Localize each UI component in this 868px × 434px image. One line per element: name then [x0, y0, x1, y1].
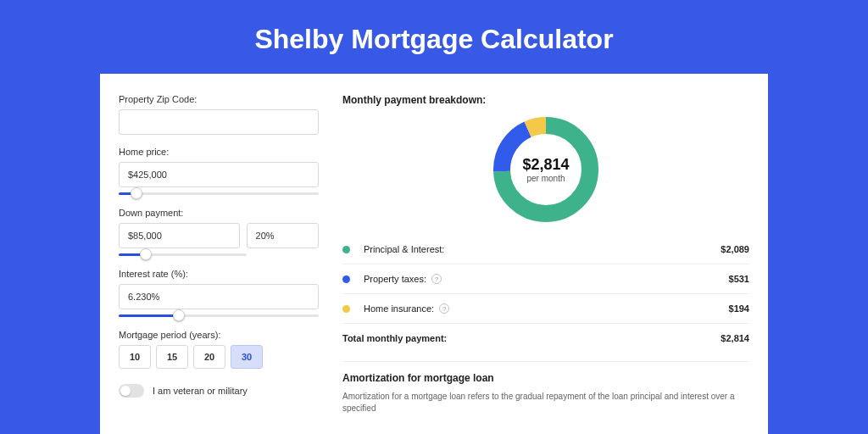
period-label: Mortgage period (years):	[119, 330, 319, 340]
legend-dot	[342, 275, 350, 283]
period-20[interactable]: 20	[193, 345, 225, 369]
breakdown-amount: $531	[729, 274, 749, 284]
rate-label: Interest rate (%):	[119, 269, 319, 279]
breakdown-panel: Monthly payment breakdown: $2,814 per mo…	[342, 94, 749, 434]
amortization-section: Amortization for mortgage loan Amortizat…	[342, 361, 749, 415]
breakdown-header: Monthly payment breakdown:	[342, 94, 749, 106]
breakdown-item: Home insurance:?$194	[342, 296, 749, 321]
breakdown-label: Home insurance:	[364, 303, 434, 314]
donut-sub: per month	[526, 174, 565, 183]
breakdown-amount: $194	[729, 303, 749, 314]
down-slider[interactable]	[119, 250, 247, 260]
down-amount-input[interactable]	[119, 223, 240, 248]
period-options: 10152030	[119, 345, 319, 369]
breakdown-item: Property taxes:?$531	[342, 266, 749, 292]
rate-slider[interactable]	[119, 311, 319, 321]
zip-input[interactable]	[119, 109, 319, 135]
breakdown-rows: Principal & Interest:$2,089Property taxe…	[342, 236, 749, 321]
veteran-toggle[interactable]	[119, 384, 144, 398]
period-15[interactable]: 15	[156, 345, 188, 369]
donut-value: $2,814	[522, 156, 569, 174]
form-panel: Property Zip Code: Home price: Down paym…	[119, 94, 319, 434]
zip-label: Property Zip Code:	[119, 94, 319, 104]
home-price-label: Home price:	[119, 147, 319, 157]
donut-chart: $2,814 per month	[491, 114, 601, 225]
info-icon[interactable]: ?	[439, 303, 449, 314]
home-price-input[interactable]	[119, 162, 319, 187]
breakdown-label: Property taxes:	[364, 274, 426, 284]
calculator-card: Property Zip Code: Home price: Down paym…	[100, 74, 768, 434]
legend-dot	[342, 305, 350, 313]
legend-dot	[342, 246, 350, 253]
rate-input[interactable]	[119, 284, 319, 309]
home-price-slider[interactable]	[119, 189, 319, 199]
breakdown-label: Principal & Interest:	[364, 244, 444, 254]
period-30[interactable]: 30	[231, 345, 263, 369]
amortization-text: Amortization for a mortgage loan refers …	[342, 391, 749, 415]
down-label: Down payment:	[119, 208, 319, 218]
down-percent-input[interactable]	[247, 223, 319, 248]
page-title: Shelby Mortgage Calculator	[254, 24, 613, 55]
breakdown-amount: $2,089	[721, 244, 749, 254]
breakdown-item: Principal & Interest:$2,089	[342, 236, 749, 262]
total-row: Total monthly payment: $2,814	[342, 326, 749, 351]
period-10[interactable]: 10	[119, 345, 151, 369]
info-icon[interactable]: ?	[431, 274, 442, 284]
veteran-label: I am veteran or military	[153, 386, 248, 396]
amortization-header: Amortization for mortgage loan	[342, 372, 749, 384]
